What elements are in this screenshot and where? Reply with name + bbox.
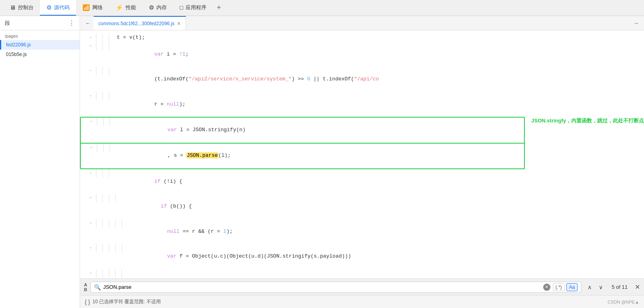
code-line-10: – var f = Object(u.c)(Object(u.d)(JSON.s… <box>80 244 644 269</box>
tab-performance[interactable]: ⚡ 性能 <box>109 0 142 16</box>
console-icon: 🖥 <box>10 4 16 11</box>
code-text-7: if (!i) { <box>115 169 644 194</box>
code-text-3: (t.indexOf("/api2/service/x_service/syst… <box>115 67 644 92</box>
code-text-10: var f = Object(u.c)(Object(u.d)(JSON.str… <box>128 244 644 269</box>
sidebar-content: /pages fed22096.js 015b5e.js <box>0 30 80 308</box>
code-line-5: – var l = JSON.stringify(n) <box>80 117 525 143</box>
tab-console[interactable]: 🖥 控制台 <box>3 0 40 16</box>
network-icon: 📶 <box>82 4 90 11</box>
sidebar-header-text: 段 <box>5 20 10 27</box>
gutter-10: – <box>80 244 96 252</box>
gutter-8: – <box>80 194 96 202</box>
search-regex-button[interactable]: (.*) <box>553 283 565 291</box>
tab-console-label: 控制台 <box>18 4 34 11</box>
file-tab-close-button[interactable]: ✕ <box>177 21 181 26</box>
gutter-7: – <box>80 169 96 177</box>
code-container[interactable]: – t = v(t); – var i = !1; <box>80 30 644 278</box>
code-line-4: – r = null); <box>80 92 644 117</box>
sidebar-header: 段 ⋮ <box>0 16 80 30</box>
search-options: (.*) Aa <box>553 283 578 291</box>
code-line-6: – , s = JSON.parse(l); <box>80 143 525 169</box>
nav-forward-button[interactable]: → <box>630 18 642 29</box>
highlighted-block-wrapper: – var l = JSON.stringify(n) – <box>80 117 644 169</box>
status-left: { } 10 已选择字符 覆盖范围: 不适用 <box>85 298 161 305</box>
code-text-9: null == r && (r = 1); <box>128 219 644 244</box>
tab-memory-label: 内存 <box>156 4 167 11</box>
code-text-4: r = null); <box>115 92 644 117</box>
search-input-wrap: 🔍 ✕ (.*) Aa <box>90 282 581 293</box>
search-close-button[interactable]: ✕ <box>635 283 640 291</box>
gutter-2: – <box>80 42 96 50</box>
search-next-button[interactable]: ∨ <box>596 282 606 292</box>
search-case-button[interactable]: Aa <box>566 283 578 291</box>
editor-area: ← commons.5dc1f62...300fed22096.js ✕ → –… <box>80 16 644 308</box>
application-icon: □ <box>180 4 183 11</box>
code-text-5: var l = JSON.stringify(n) <box>116 118 524 142</box>
search-navigation: ∧ ∨ <box>584 282 606 292</box>
tab-application-label: 应用程序 <box>186 4 206 11</box>
highlighted-lines: – var l = JSON.stringify(n) – <box>80 117 526 169</box>
status-bar: { } 10 已选择字符 覆盖范围: 不适用 CSDN @NPE▲ <box>80 295 644 308</box>
tab-bar: 🖥 控制台 ⚙ 源代码 📶 网络 ⚡ 性能 ⚙ 内存 □ 应用程序 + <box>0 0 644 16</box>
watermark-text: CSDN @NPE▲ <box>608 300 639 304</box>
tab-memory[interactable]: ⚙ 内存 <box>142 0 173 16</box>
file-tab-active[interactable]: commons.5dc1f62...300fed22096.js ✕ <box>94 16 186 30</box>
code-text-2: var i = !1; <box>115 42 644 67</box>
code-text-8: if (b()) { <box>122 194 644 219</box>
tab-network[interactable]: 📶 网络 <box>76 0 109 16</box>
tab-sources-label: 源代码 <box>54 4 70 11</box>
memory-icon: ⚙ <box>149 4 154 11</box>
code-line-9: – null == r && (r = 1); <box>80 219 644 244</box>
code-text-1: t = v(t); <box>115 34 644 42</box>
search-ab-icon: AB <box>84 282 87 292</box>
search-clear-button[interactable]: ✕ <box>543 284 550 291</box>
search-magnifier-icon: 🔍 <box>94 284 101 290</box>
sidebar-section-pages: /pages <box>0 30 80 40</box>
main-layout: 段 ⋮ /pages fed22096.js 015b5e.js ← commo… <box>0 16 644 308</box>
code-line-8: – if (b()) { <box>80 194 644 219</box>
sidebar: 段 ⋮ /pages fed22096.js 015b5e.js <box>0 16 80 308</box>
sources-icon: ⚙ <box>46 4 52 11</box>
tab-add-button[interactable]: + <box>213 4 225 12</box>
sidebar-menu-button[interactable]: ⋮ <box>68 19 75 27</box>
gutter-9: – <box>80 219 96 227</box>
search-bar: AB 🔍 ✕ (.*) Aa ∧ ∨ 5 of 11 ✕ <box>80 278 644 295</box>
search-prev-button[interactable]: ∧ <box>584 282 595 292</box>
gutter-1: – <box>80 34 96 42</box>
tab-network-label: 网络 <box>92 4 103 11</box>
search-count: 5 of 11 <box>612 284 628 290</box>
tab-sources[interactable]: ⚙ 源代码 <box>40 0 76 16</box>
file-tab-bar: ← commons.5dc1f62...300fed22096.js ✕ → <box>80 16 644 30</box>
code-line-11: – , p = Object(u.e)(f); <box>80 269 644 278</box>
code-line-2: – var i = !1; <box>80 42 644 67</box>
code-text-6: , s = JSON.parse(l); <box>116 144 524 168</box>
annotation-text: JSON.stringfy，内置函数，跳过，此处不打断点 <box>531 117 644 125</box>
tab-application[interactable]: □ 应用程序 <box>173 0 213 16</box>
code-line-1: – t = v(t); <box>80 34 644 42</box>
file-tab-name: commons.5dc1f62...300fed22096.js <box>98 21 174 26</box>
nav-back-button[interactable]: ← <box>82 18 94 29</box>
gutter-3: – <box>80 67 96 75</box>
search-input[interactable] <box>103 284 541 290</box>
sidebar-file-2[interactable]: 015b5e.js <box>0 50 80 59</box>
code-line-3: – (t.indexOf("/api2/service/x_service/sy… <box>80 67 644 92</box>
gutter-11: – <box>80 269 96 277</box>
curly-brace-icon: { } <box>85 299 90 305</box>
performance-icon: ⚡ <box>116 4 123 11</box>
gutter-4: – <box>80 92 96 100</box>
code-line-7: – if (!i) { <box>80 169 644 194</box>
sidebar-file-1[interactable]: fed22096.js <box>0 40 80 50</box>
gutter-5: – <box>81 118 97 126</box>
code-text-11: , p = Object(u.e)(f); <box>128 269 644 278</box>
gutter-6: – <box>81 144 97 152</box>
tab-performance-label: 性能 <box>126 4 136 11</box>
status-text: 10 已选择字符 覆盖范围: 不适用 <box>92 298 161 305</box>
